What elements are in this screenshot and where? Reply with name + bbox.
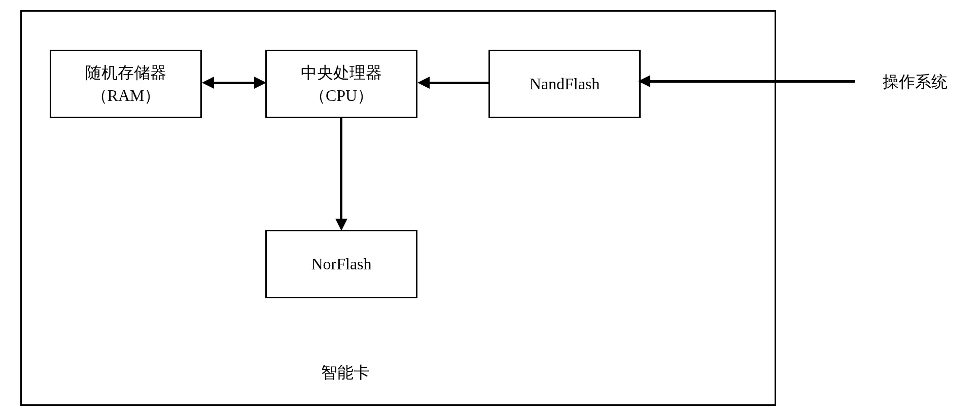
ram-box: 随机存储器 （RAM）	[50, 50, 202, 118]
cpu-label-line2: （CPU）	[309, 84, 373, 107]
cpu-box: 中央处理器 （CPU）	[265, 50, 417, 118]
arrow-nand-cpu-head	[417, 77, 430, 89]
os-label: 操作系统	[883, 71, 948, 93]
arrow-ram-cpu-line	[212, 82, 257, 84]
arrow-os-nand-line	[648, 80, 855, 83]
arrow-cpu-nor-line	[340, 118, 342, 220]
arrow-nand-cpu-line	[428, 82, 488, 84]
arrow-ram-cpu-head-left	[202, 77, 214, 89]
norflash-box: NorFlash	[265, 230, 417, 298]
nandflash-box: NandFlash	[488, 50, 641, 118]
smartcard-container: 随机存储器 （RAM） 中央处理器 （CPU） NandFlash NorFla…	[20, 10, 776, 406]
cpu-label-line1: 中央处理器	[301, 61, 382, 84]
smartcard-label: 智能卡	[321, 362, 370, 384]
ram-label-line1: 随机存储器	[85, 61, 166, 84]
arrow-os-nand-head	[638, 75, 650, 87]
arrow-cpu-nor-head	[335, 219, 347, 231]
arrow-ram-cpu-head-right	[254, 77, 266, 89]
ram-label-line2: （RAM）	[91, 84, 161, 107]
nandflash-label: NandFlash	[530, 73, 600, 95]
norflash-label: NorFlash	[311, 253, 371, 275]
